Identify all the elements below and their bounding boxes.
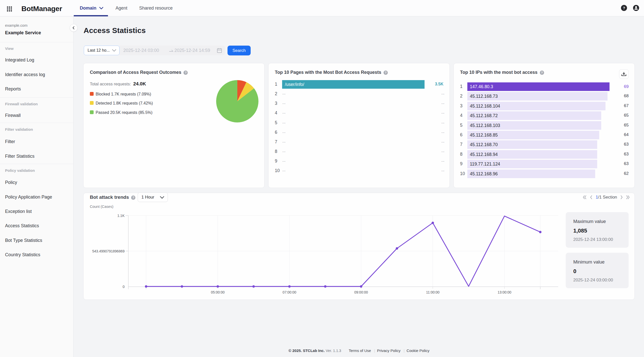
svg-text:09:00:00: 09:00:00 <box>354 290 368 294</box>
svg-text:11:00:00: 11:00:00 <box>426 290 440 294</box>
svg-text:1.1K: 1.1K <box>117 214 125 218</box>
svg-text:13:00:00: 13:00:00 <box>498 290 511 294</box>
svg-text:543.4990791896869: 543.4990791896869 <box>92 249 125 253</box>
svg-text:0: 0 <box>123 285 125 289</box>
svg-text:?: ? <box>623 6 625 10</box>
svg-text:05:00:00: 05:00:00 <box>211 290 225 294</box>
svg-text:07:00:00: 07:00:00 <box>283 290 296 294</box>
